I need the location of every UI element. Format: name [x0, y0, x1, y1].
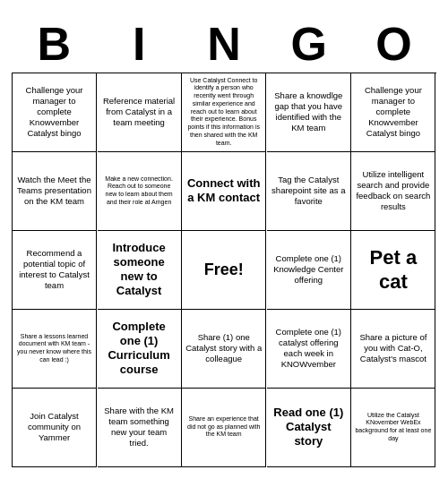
cell-text-18: Complete one (1) catalyst offering each … — [271, 327, 347, 370]
cell-text-9: Utilize intelligent search and provide f… — [355, 169, 431, 212]
bingo-letter-g: G — [270, 21, 349, 67]
cell-text-21: Share with the KM team something new you… — [101, 406, 177, 449]
bingo-cell-12: Free! — [182, 231, 266, 310]
bingo-cell-17: Share (1) one Catalyst story with a coll… — [182, 310, 266, 389]
bingo-cell-7: Connect with a KM contact — [182, 152, 266, 231]
bingo-cell-22: Share an experience that did not go as p… — [182, 389, 266, 467]
bingo-letter-b: B — [14, 21, 93, 67]
bingo-cell-14: Pet a cat — [351, 231, 435, 310]
bingo-letter-o: O — [355, 21, 434, 67]
bingo-letter-n: N — [185, 21, 263, 67]
cell-text-12: Free! — [204, 260, 244, 280]
cell-text-4: Challenge your manager to complete Knowv… — [355, 85, 431, 138]
cell-text-0: Challenge your manager to complete Knowv… — [16, 85, 92, 138]
bingo-cell-11: Introduce someone new to Catalyst — [98, 231, 182, 310]
cell-text-2: Use Catalyst Connect to identify a perso… — [185, 77, 262, 148]
cell-text-15: Share a lessons learned document with KM… — [16, 333, 92, 364]
bingo-cell-8: Tag the Catalyst sharepoint site as a fa… — [267, 152, 351, 231]
cell-text-19: Share a picture of you with Cat-O, Catal… — [355, 332, 431, 364]
bingo-header: BINGO — [12, 21, 436, 67]
bingo-cell-10: Recommend a potential topic of interest … — [13, 231, 97, 310]
bingo-cell-19: Share a picture of you with Cat-O, Catal… — [351, 310, 435, 389]
bingo-letter-i: I — [99, 21, 178, 67]
cell-text-8: Tag the Catalyst sharepoint site as a fa… — [271, 175, 347, 207]
bingo-cell-3: Share a knowdlge gap that you have ident… — [267, 73, 351, 152]
cell-text-14: Pet a cat — [355, 245, 431, 295]
bingo-cell-5: Watch the Meet the Teams presentation on… — [13, 152, 97, 231]
bingo-cell-18: Complete one (1) catalyst offering each … — [267, 310, 351, 389]
cell-text-10: Recommend a potential topic of interest … — [16, 248, 92, 291]
bingo-cell-15: Share a lessons learned document with KM… — [13, 310, 97, 389]
bingo-cell-23: Read one (1) Catalyst story — [267, 389, 351, 467]
cell-text-1: Reference material from Catalyst in a te… — [101, 96, 177, 128]
bingo-cell-2: Use Catalyst Connect to identify a perso… — [182, 73, 266, 152]
cell-text-3: Share a knowdlge gap that you have ident… — [271, 90, 347, 133]
cell-text-23: Read one (1) Catalyst story — [271, 406, 347, 449]
cell-text-7: Connect with a KM contact — [185, 176, 262, 206]
bingo-cell-6: Make a new connection. Reach out to some… — [98, 152, 182, 231]
bingo-cell-9: Utilize intelligent search and provide f… — [351, 152, 435, 231]
cell-text-16: Complete one (1) Curriculum course — [101, 320, 177, 378]
bingo-cell-4: Challenge your manager to complete Knowv… — [351, 73, 435, 152]
bingo-cell-24: Utilize the Catalyst KNovember WebEx bac… — [351, 389, 435, 467]
cell-text-5: Watch the Meet the Teams presentation on… — [16, 175, 92, 207]
cell-text-11: Introduce someone new to Catalyst — [101, 241, 177, 299]
bingo-grid: Challenge your manager to complete Knowv… — [12, 73, 436, 467]
cell-text-6: Make a new connection. Reach out to some… — [101, 175, 177, 207]
cell-text-22: Share an experience that did not go as p… — [185, 415, 262, 439]
bingo-cell-1: Reference material from Catalyst in a te… — [98, 73, 182, 152]
bingo-cell-21: Share with the KM team something new you… — [98, 389, 182, 467]
cell-text-17: Share (1) one Catalyst story with a coll… — [185, 332, 262, 364]
cell-text-20: Join Catalyst community on Yammer — [16, 411, 92, 443]
bingo-cell-13: Complete one (1) Knowledge Center offeri… — [267, 231, 351, 310]
bingo-cell-20: Join Catalyst community on Yammer — [13, 389, 97, 467]
cell-text-13: Complete one (1) Knowledge Center offeri… — [271, 253, 347, 286]
cell-text-24: Utilize the Catalyst KNovember WebEx bac… — [355, 412, 431, 443]
bingo-cell-0: Challenge your manager to complete Knowv… — [13, 73, 97, 152]
bingo-cell-16: Complete one (1) Curriculum course — [98, 310, 182, 389]
bingo-card: BINGO Challenge your manager to complete… — [4, 13, 444, 474]
